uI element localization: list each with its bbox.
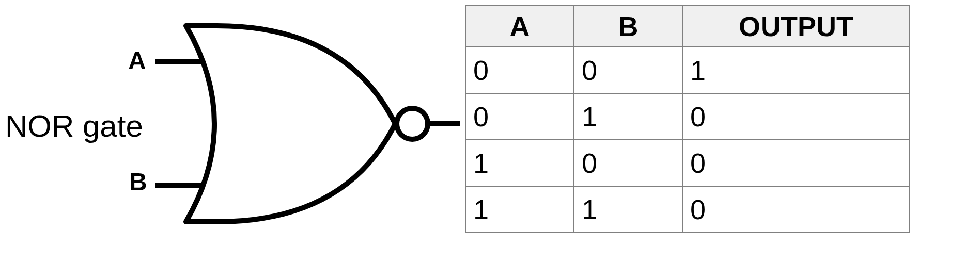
- svg-point-2: [397, 108, 428, 139]
- cell-out: 1: [682, 47, 910, 93]
- table-row: 1 1 0: [465, 186, 910, 233]
- cell-b: 0: [574, 47, 682, 93]
- header-a: A: [465, 6, 574, 47]
- cell-out: 0: [682, 186, 910, 233]
- header-b: B: [574, 6, 682, 47]
- cell-a: 1: [465, 186, 574, 233]
- nor-gate-diagram: NOR gate A B A B OUTPUT 0 0 1: [0, 0, 980, 263]
- cell-a: 0: [465, 47, 574, 93]
- input-b-label: B: [129, 168, 147, 196]
- cell-b: 1: [574, 186, 682, 233]
- cell-out: 0: [682, 140, 910, 186]
- header-output: OUTPUT: [682, 6, 910, 47]
- table-row: 1 0 0: [465, 140, 910, 186]
- cell-b: 1: [574, 93, 682, 140]
- table-header-row: A B OUTPUT: [465, 6, 910, 47]
- nor-gate-icon: [150, 21, 465, 242]
- cell-a: 0: [465, 93, 574, 140]
- table-row: 0 0 1: [465, 47, 910, 93]
- input-a-label: A: [128, 46, 146, 75]
- gate-title: NOR gate: [5, 108, 143, 144]
- table-row: 0 1 0: [465, 93, 910, 140]
- cell-a: 1: [465, 140, 574, 186]
- cell-out: 0: [682, 93, 910, 140]
- truth-table: A B OUTPUT 0 0 1 0 1 0 1 0 0 1: [465, 5, 910, 233]
- cell-b: 0: [574, 140, 682, 186]
